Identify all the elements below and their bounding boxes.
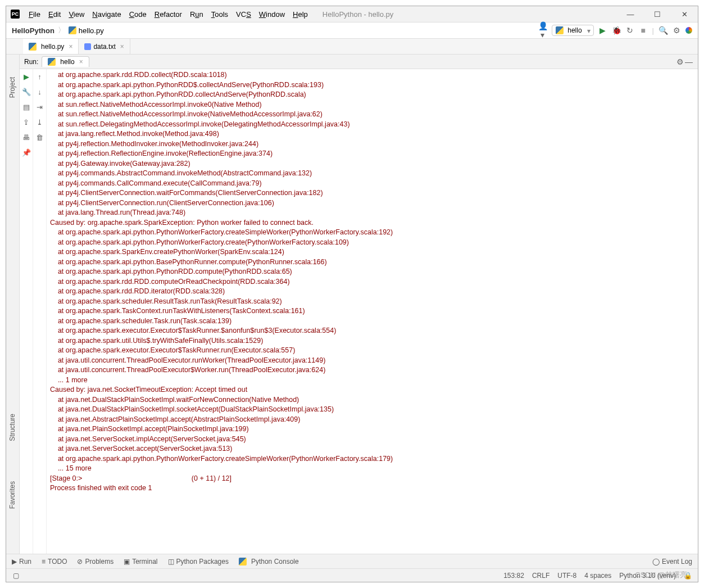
menu-tools[interactable]: Tools (208, 9, 231, 20)
breadcrumb-root[interactable]: HelloPython (12, 26, 54, 35)
console-line: at org.apache.spark.TaskContext.runTaskW… (50, 306, 694, 316)
menu-code[interactable]: Code (126, 9, 150, 20)
main-menu: File Edit View Navigate Code Refactor Ru… (25, 9, 311, 20)
filter-icon[interactable]: ⇪ (23, 118, 29, 126)
text-file-icon (84, 43, 91, 50)
navigation-bar: HelloPython 〉 hello.py 👤▾ hello ▶ 🐞 ↻ ■ … (6, 22, 698, 39)
tool-window-bar: ▶ Run ≡ TODO ⊘ Problems ▣ Terminal ◫ Pyt… (6, 554, 698, 568)
layout-icon[interactable]: ▤ (23, 103, 30, 111)
run-gutter: ▶ 🔧 ▤ ⇪ 🖶 📌 (20, 69, 33, 554)
console-line: at org.apache.spark.api.python.PythonRDD… (50, 80, 694, 91)
console-line: at org.apache.spark.api.python.PythonWor… (50, 454, 694, 464)
print-icon[interactable]: 🖶 (22, 133, 30, 142)
close-button[interactable]: ✕ (679, 10, 690, 19)
wrench-icon[interactable]: 🔧 (22, 88, 31, 96)
maximize-button[interactable]: ☐ (652, 10, 663, 19)
titlebar: PC File Edit View Navigate Code Refactor… (6, 6, 698, 22)
menu-file[interactable]: File (25, 9, 44, 20)
ide-features-icon[interactable] (685, 27, 692, 34)
console-line: at org.apache.spark.api.python.PythonRDD… (50, 90, 694, 100)
python-file-icon (239, 558, 247, 566)
console-line: at org.apache.spark.SparkEnv.createPytho… (50, 247, 694, 257)
watermark: CSDN @韩曙亮 (635, 570, 687, 580)
close-icon[interactable]: × (69, 43, 72, 51)
user-icon[interactable]: 👤▾ (538, 21, 547, 39)
status-square-icon[interactable]: ▢ (13, 572, 19, 580)
indent-setting[interactable]: 4 spaces (584, 572, 611, 580)
pin-icon[interactable]: 📌 (22, 148, 31, 157)
console-line: at org.apache.spark.rdd.RDD.collect(RDD.… (50, 70, 694, 80)
down-icon[interactable]: ↓ (38, 88, 42, 96)
tool-python-packages[interactable]: ◫ Python Packages (168, 558, 229, 566)
breadcrumb-file[interactable]: hello.py (79, 26, 104, 35)
pycharm-logo-icon: PC (11, 10, 20, 19)
console-line: at py4j.commands.AbstractCommand.invokeM… (50, 169, 694, 179)
stop-button[interactable]: ■ (639, 26, 648, 35)
run-panel-header: Run: hello × ⚙ — (20, 55, 698, 69)
run-tab-name: hello (60, 58, 74, 66)
console-line: at org.apache.spark.scheduler.Task.run(T… (50, 316, 694, 327)
close-icon[interactable]: × (79, 58, 83, 66)
tab-hello-py[interactable]: hello.py × (23, 39, 79, 54)
console-line: at py4j.reflection.MethodInvoker.invoke(… (50, 139, 694, 150)
menu-refactor[interactable]: Refactor (151, 9, 185, 20)
run-process-tab[interactable]: hello × (42, 56, 89, 67)
event-log[interactable]: ◯ Event Log (652, 558, 692, 566)
run-console[interactable]: at org.apache.spark.rdd.RDD.collect(RDD.… (47, 69, 698, 554)
wrap-icon[interactable]: ⇥ (37, 103, 43, 111)
scroll-icon[interactable]: ⤓ (37, 118, 43, 126)
tool-python-console[interactable]: Python Console (239, 558, 299, 566)
console-line: [Stage 0:> (0 + 11) / 12] (50, 474, 694, 484)
menu-vcs[interactable]: VCS (233, 9, 255, 20)
tab-data-txt[interactable]: data.txt × (79, 39, 130, 54)
python-file-icon (556, 26, 564, 34)
console-line: at java.lang.reflect.Method.invoke(Metho… (50, 129, 694, 139)
console-line: Caused by: org.apache.spark.SparkExcepti… (50, 218, 694, 228)
coverage-button[interactable]: ↻ (625, 26, 634, 35)
console-line: at sun.reflect.NativeMethodAccessorImpl.… (50, 110, 694, 120)
menu-edit[interactable]: Edit (45, 9, 64, 20)
caret-position[interactable]: 153:82 (503, 572, 524, 580)
console-line: at org.apache.spark.executor.Executor$Ta… (50, 326, 694, 336)
run-config-selector[interactable]: hello (552, 25, 594, 37)
gear-icon[interactable]: ⚙ (675, 57, 684, 66)
file-encoding[interactable]: UTF-8 (557, 572, 576, 580)
sidebar-project[interactable]: Project (8, 77, 16, 98)
console-line: at java.util.concurrent.ThreadPoolExecut… (50, 365, 694, 376)
tab-label: data.txt (93, 43, 115, 51)
console-line: Caused by: java.net.SocketTimeoutExcepti… (50, 385, 694, 395)
console-line: at sun.reflect.DelegatingMethodAccessorI… (50, 120, 694, 130)
rerun-button[interactable]: ▶ (24, 73, 29, 81)
sidebar-structure[interactable]: Structure (8, 414, 16, 441)
console-line: at java.net.ServerSocket.implAccept(Serv… (50, 435, 694, 445)
close-icon[interactable]: × (120, 43, 124, 51)
debug-button[interactable]: 🐞 (612, 26, 621, 35)
line-separator[interactable]: CRLF (532, 572, 549, 580)
menu-window[interactable]: Window (256, 9, 288, 20)
menu-run[interactable]: Run (187, 9, 207, 20)
tool-todo[interactable]: ≡ TODO (42, 558, 67, 566)
up-icon[interactable]: ↑ (38, 73, 42, 81)
tool-terminal[interactable]: ▣ Terminal (124, 558, 157, 566)
tool-run[interactable]: ▶ Run (12, 558, 31, 566)
menu-navigate[interactable]: Navigate (89, 9, 124, 20)
editor-tabs: hello.py × data.txt × (6, 39, 698, 55)
chevron-right-icon: 〉 (58, 25, 65, 35)
settings-icon[interactable]: ⚙ (672, 26, 681, 35)
hide-icon[interactable]: — (684, 57, 693, 66)
tab-label: hello.py (41, 43, 64, 51)
console-line: at java.lang.Thread.run(Thread.java:748) (50, 208, 694, 218)
search-icon[interactable]: 🔍 (658, 26, 667, 35)
console-line: at org.apache.spark.rdd.RDD.iterator(RDD… (50, 287, 694, 297)
trash-icon[interactable]: 🗑 (36, 133, 43, 142)
tool-problems[interactable]: ⊘ Problems (77, 558, 113, 566)
menu-help[interactable]: Help (289, 9, 311, 20)
python-file-icon (48, 58, 56, 66)
console-line: at py4j.reflection.ReflectionEngine.invo… (50, 149, 694, 159)
sidebar-favorites[interactable]: Favorites (8, 481, 16, 509)
console-line: at org.apache.spark.rdd.RDD.computeOrRea… (50, 277, 694, 287)
run-button[interactable]: ▶ (598, 26, 607, 35)
minimize-button[interactable]: — (625, 10, 636, 19)
menu-view[interactable]: View (65, 9, 88, 20)
left-sidebar: Project Structure Favorites (6, 55, 20, 554)
